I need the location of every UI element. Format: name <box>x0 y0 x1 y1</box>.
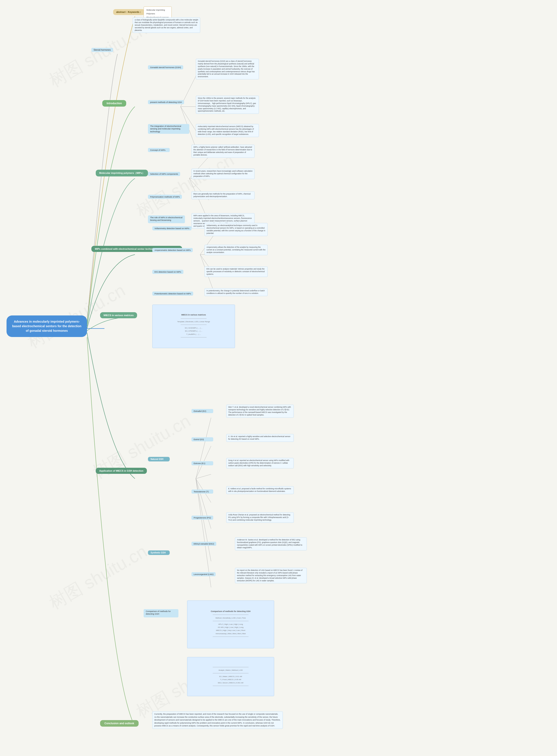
mips-selection-desc-text: In recent years, researchers have increa… <box>194 170 253 177</box>
lng-desc-text: No report on the detection of LNG based … <box>237 569 302 582</box>
ee2-desc-text: Anderson M. Santos et al. developed a me… <box>237 539 302 549</box>
mips-concept-desc-text: MIPs, a highly bionic polymer called 'ar… <box>194 146 252 156</box>
intro-gsh-desc-text: Gonadal steroid hormones (GSH) are a cla… <box>198 60 255 78</box>
intro-gsh-desc: Gonadal steroid hormones (GSH) are a cla… <box>196 59 259 80</box>
pg-label: Progesterone (PG) <box>194 516 211 519</box>
intro-gsh-label: Gonadal steroid hormones (GSH) <box>150 66 181 68</box>
intro-integration-desc-text: molecularly imprinted electrochemical se… <box>198 125 254 135</box>
amp-desc: Amperometry allows the detection of the … <box>205 245 268 255</box>
steroid-desc: a class of biologically active lipophili… <box>135 19 198 31</box>
application-node: Application of MIECS in GSH detection <box>96 468 147 474</box>
t-topic: Testosterone (T) <box>192 489 213 494</box>
natural-gsh-node: Natural GSH <box>148 457 170 461</box>
steroid-topic-node: Steroid hormones <box>91 48 113 52</box>
comparison-table: Comparison of methods for detecting GSH … <box>187 600 274 648</box>
mips-poly-label: Polymerization methods of MIPs <box>150 195 180 198</box>
ee2-topic: Ethinyl estradiol (EE2) <box>192 542 216 546</box>
e3-desc: X. Xin et al. reported a highly sensitiv… <box>226 434 294 442</box>
miecs-table-placeholder: MIECS in various matrices ──────────────… <box>177 314 210 339</box>
mips-selection-desc: In recent years, researchers have increa… <box>192 169 255 179</box>
e1-label: Estrone (E1) <box>194 462 205 464</box>
mips-concept-label: Concept of <box>150 149 160 151</box>
lng-label: Levonorgestrel (LNG) <box>194 573 213 575</box>
eis-topic: EIS detection based on MIPs <box>152 270 183 274</box>
eis-label: EIS detection based on MIPs <box>154 271 181 273</box>
miecs-matrices-label: MIECS in various matrices <box>104 314 134 316</box>
eis-desc-text: EIS can be used to analyze materials' in… <box>206 268 265 275</box>
steroid-label: Steroid hormones <box>93 49 111 51</box>
intro-integration-label: The integration of electrochemical sensi… <box>150 125 181 133</box>
central-title: Advances in molecularly imprinted polyme… <box>12 320 81 332</box>
volt-label: Voltammetry detection based on MIPs <box>154 227 189 230</box>
e2-desc: Wen T. et al. developed a novel electroc… <box>226 405 294 418</box>
kw-2: Polymers <box>146 12 169 16</box>
watermark-5: 树图 shuitu.cn <box>45 540 151 615</box>
comparison-table-2-placeholder: ───────────────────────────── Analyte | … <box>187 664 274 689</box>
e2-label: Estradiol (E2) <box>194 410 206 412</box>
mips-selection-topic: Selection of MIPs components <box>148 172 180 176</box>
amp-label: Amperometric detection based on MIPs <box>154 249 190 251</box>
introduction-label: Introduction <box>107 102 122 105</box>
kw-1: Molecular imprinting <box>146 8 169 12</box>
miecs-table-node: MIECS in various matrices ──────────────… <box>152 305 235 348</box>
svg-line-13 <box>196 418 211 479</box>
application-label: Application of MIECS in GSH detection <box>99 470 143 472</box>
comparison-table-2: ───────────────────────────── Analyte | … <box>187 657 274 696</box>
central-node: Advances in molecularly imprinted polyme… <box>6 315 87 337</box>
amp-topic: Amperometric detection based on MIPs <box>152 248 193 252</box>
amp-desc-text: Amperometry allows the detection of the … <box>206 246 265 253</box>
volt-desc-text: Voltammetry, an electroanalytical techni… <box>206 224 265 234</box>
introduction-node: Introduction <box>102 100 126 107</box>
e1-topic: Estrone (E1) <box>192 461 213 465</box>
comparison-label: Comparison of methods for detecting GSH <box>146 610 171 615</box>
keywords-label-node: abstract：Keywords： <box>113 9 145 15</box>
natural-gsh-label: Natural GSH <box>151 458 164 460</box>
conclusion-node: Conclusion and outlook <box>100 720 139 727</box>
intro-gsh-topic: Gonadal steroid hormones (GSH) <box>148 65 183 69</box>
e2-desc-text: Wen T. et al. developed a novel electroc… <box>228 406 291 416</box>
e3-desc-text: X. Xin et al. reported a highly sensitiv… <box>228 435 290 440</box>
intro-methods-label: present methods of detecting GSH <box>150 101 182 103</box>
mips-poly-desc-text: there are generally two methods for the … <box>194 193 251 198</box>
volt-topic: Voltammetry detection based on MIPs <box>152 226 192 231</box>
t-desc-text: E. Kellens et al. proposed a facile meth… <box>228 487 291 492</box>
t-desc: E. Kellens et al. proposed a facile meth… <box>226 486 294 494</box>
e3-label: Estriol (E3) <box>194 438 204 441</box>
mips-selection-label: Selection of MIPs components <box>150 173 178 175</box>
t-label: Testosterone (T) <box>194 490 209 493</box>
lines-layer <box>0 0 557 756</box>
intro-methods-desc: Since the 1950s to the present, several … <box>196 96 259 114</box>
eis-desc: EIS can be used to analyze materials' in… <box>205 267 268 277</box>
pot-desc-text: In potentiometry, the change in potentia… <box>206 290 265 294</box>
watermark-2: 树图 shuitu.cn <box>132 148 238 223</box>
ee2-label: Ethinyl estradiol (EE2) <box>194 543 214 545</box>
e1-desc: Song H et al. reported an electrochemica… <box>226 458 294 468</box>
mips-role-topic: The role of MIPs in electrochemical bios… <box>148 215 185 223</box>
conclusion-label: Conclusion and outlook <box>105 722 134 725</box>
pot-topic: Potentiometric detection based on MIPs <box>152 292 193 296</box>
volt-desc: Voltammetry, an electroanalytical techni… <box>205 223 268 236</box>
e1-desc-text: Song H et al. reported an electrochemica… <box>228 459 289 467</box>
e2-topic: Estradiol (E2) <box>192 409 213 413</box>
svg-line-17 <box>196 479 211 528</box>
svg-line-19 <box>196 479 211 587</box>
lng-desc: No report on the detection of LNG based … <box>235 568 307 583</box>
synthetic-gsh-node: Synthetic GSH <box>148 550 170 555</box>
intro-integration-desc: molecularly imprinted electrochemical se… <box>196 124 259 137</box>
mips-node: Molecular imprinting polymers（MIPs） <box>96 170 148 176</box>
intro-methods-topic: present methods of detecting GSH <box>148 100 184 104</box>
mind-map-container: 树图 shuitu.cn 树图 shuitu.cn 树图 shuitu.cn 树… <box>0 0 557 756</box>
conclusion-desc-node: Currently, the preparation of MIECS has … <box>152 712 283 729</box>
mips-concept-topic: Concept of MIPs <box>148 148 170 152</box>
lng-topic: Levonorgestrel (LNG) <box>192 572 216 576</box>
mips-poly-topic: Polymerization methods of MIPs <box>148 195 182 199</box>
pg-desc-text: Anila Rose Cherian et al. proposed an el… <box>228 514 290 521</box>
mips-role-label: The role of MIPs in electrochemical bios… <box>150 216 182 221</box>
mips-label: Molecular imprinting polymers（MIPs） <box>99 172 144 174</box>
steroid-desc-node: a class of biologically active lipophili… <box>133 18 200 33</box>
intro-integration-topic: The integration of electrochemical sensi… <box>148 124 189 134</box>
synthetic-gsh-label: Synthetic GSH <box>151 551 166 554</box>
comparison-table-placeholder: Comparison of methods for detecting GSH … <box>187 608 274 640</box>
pot-label: Potentiometric detection based on MIPs <box>154 293 191 295</box>
svg-line-15 <box>196 474 211 479</box>
